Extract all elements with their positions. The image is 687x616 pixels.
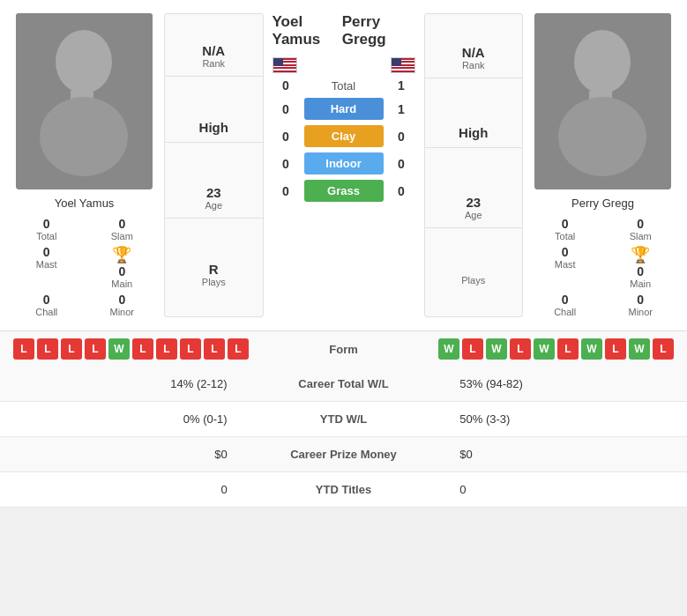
- left-player-stats: 0 Total 0 Slam 0 Mast 🏆 0 Main 0: [9, 217, 160, 317]
- left-player-avatar: [16, 13, 153, 189]
- right-player-stats: 0 Total 0 Slam 0 Mast 🏆 0 Main 0: [527, 217, 678, 317]
- hard-row: 0 Hard 1: [275, 98, 413, 120]
- stats-row-0: 14% (2-12)Career Total W/L53% (94-82): [0, 367, 687, 402]
- left-rank-item: N/A Rank: [165, 36, 262, 77]
- left-middle-stats: N/A Rank High 23 Age R Plays: [164, 13, 263, 317]
- grass-left-score: 0: [275, 184, 297, 198]
- center-right-name: Perry Gregg: [342, 13, 415, 48]
- left-high-item: High: [165, 113, 262, 143]
- left-rank-value: N/A: [202, 43, 225, 58]
- right-age-item: 23 Age: [425, 188, 522, 228]
- right-plays-label: Plays: [461, 275, 485, 286]
- right-form-badge-4: W: [534, 338, 555, 360]
- right-rank-label: Rank: [462, 60, 485, 71]
- right-age-label: Age: [465, 210, 482, 220]
- right-minor-value: 0: [637, 293, 644, 307]
- right-flag: [391, 57, 415, 73]
- stats-row-2: $0Career Prize Money$0: [0, 437, 687, 472]
- indoor-row: 0 Indoor 0: [275, 152, 413, 174]
- stat-right-2: $0: [446, 437, 687, 472]
- grass-badge: Grass: [304, 180, 384, 202]
- clay-right-score: 0: [391, 130, 413, 144]
- right-form-badge-1: L: [462, 338, 483, 360]
- left-form-badge-2: L: [61, 338, 82, 360]
- right-chall-stat: 0 Chall: [532, 293, 599, 317]
- left-form-badges: LLLLWLLLLL: [13, 338, 291, 360]
- right-age-value: 23: [466, 195, 481, 210]
- left-plays-value: R: [209, 262, 219, 277]
- right-minor-stat: 0 Minor: [607, 293, 674, 317]
- right-player-avatar: [534, 13, 671, 189]
- right-player-name: Perry Gregg: [571, 197, 634, 210]
- left-form-badge-3: L: [85, 338, 106, 360]
- right-form-badge-0: W: [438, 338, 459, 360]
- left-chall-label: Chall: [35, 307, 57, 317]
- left-total-stat: 0 Total: [13, 217, 80, 241]
- clay-badge: Clay: [304, 125, 384, 147]
- right-form-badges: WLWLWLWLWL: [397, 338, 675, 360]
- stat-left-2: $0: [0, 437, 241, 472]
- left-form-badge-7: L: [180, 338, 201, 360]
- hard-badge: Hard: [304, 98, 384, 120]
- right-trophy-stat: 🏆 0 Main: [607, 245, 674, 289]
- left-flag: [273, 57, 297, 73]
- right-total-stat: 0 Total: [532, 217, 599, 241]
- indoor-left-score: 0: [275, 157, 297, 171]
- right-slam-value: 0: [637, 217, 644, 231]
- right-form-badge-9: L: [653, 338, 674, 360]
- stat-label-2: Career Prize Money: [241, 437, 447, 472]
- total-left-score: 0: [275, 78, 297, 93]
- right-player-card: Perry Gregg 0 Total 0 Slam 0 Mast 🏆 0 M: [527, 13, 678, 317]
- match-center: Yoel Yamus Perry Gregg 0 Total 1: [268, 13, 420, 317]
- right-main-label: Main: [630, 278, 651, 289]
- right-form-badge-7: L: [605, 338, 626, 360]
- right-form-badge-2: W: [486, 338, 507, 360]
- left-age-label: Age: [205, 200, 222, 211]
- right-minor-label: Minor: [628, 307, 653, 317]
- grass-row: 0 Grass 0: [275, 180, 413, 202]
- left-mast-value: 0: [43, 245, 50, 259]
- stats-table: 14% (2-12)Career Total W/L53% (94-82)0% …: [0, 367, 687, 508]
- svg-point-5: [574, 30, 631, 93]
- hard-left-score: 0: [275, 102, 297, 116]
- indoor-badge: Indoor: [304, 152, 384, 174]
- left-slam-label: Slam: [111, 231, 133, 241]
- left-slam-value: 0: [118, 217, 125, 231]
- grass-right-score: 0: [391, 184, 413, 198]
- stat-right-0: 53% (94-82): [446, 367, 687, 402]
- total-right-score: 1: [391, 78, 413, 93]
- stat-left-0: 14% (2-12): [0, 367, 241, 402]
- left-minor-stat: 0 Minor: [89, 293, 156, 317]
- left-plays-label: Plays: [202, 277, 226, 287]
- left-trophy-stat: 🏆 0 Main: [89, 245, 156, 289]
- player-names-row: Yoel Yamus Perry Gregg: [273, 13, 415, 48]
- right-chall-label: Chall: [554, 307, 576, 317]
- right-form-badge-3: L: [510, 338, 531, 360]
- right-total-value: 0: [562, 217, 569, 231]
- stat-label-0: Career Total W/L: [241, 367, 447, 402]
- left-trophy-icon: 🏆: [112, 245, 131, 264]
- right-total-label: Total: [555, 231, 575, 241]
- hard-right-score: 1: [391, 102, 413, 116]
- left-form-badge-8: L: [204, 338, 225, 360]
- right-middle-stats: N/A Rank High 23 Age Plays: [424, 13, 523, 317]
- left-form-badge-5: L: [132, 338, 153, 360]
- left-total-label: Total: [36, 231, 56, 241]
- right-plays-item: Plays: [425, 268, 522, 293]
- indoor-right-score: 0: [391, 157, 413, 171]
- svg-point-3: [40, 97, 128, 176]
- stat-right-1: 50% (3-3): [446, 402, 687, 437]
- right-rank-item: N/A Rank: [425, 38, 522, 78]
- clay-row: 0 Clay 0: [275, 125, 413, 147]
- right-form-badge-5: L: [557, 338, 579, 360]
- right-form-badge-8: W: [629, 338, 650, 360]
- left-high-value: High: [199, 120, 228, 135]
- left-mast-label: Mast: [36, 259, 57, 270]
- left-player-card: Yoel Yamus 0 Total 0 Slam 0 Mast 🏆 0 Ma: [9, 13, 160, 317]
- left-age-item: 23 Age: [165, 178, 262, 219]
- left-main-value: 0: [118, 264, 125, 278]
- left-form-badge-4: W: [108, 338, 130, 360]
- left-player-name: Yoel Yamus: [55, 197, 115, 210]
- left-form-badge-9: L: [228, 338, 249, 360]
- stat-label-1: YTD W/L: [241, 402, 447, 437]
